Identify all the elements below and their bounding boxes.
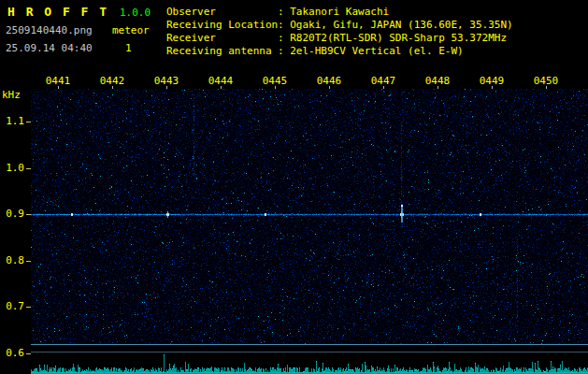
spectrogram-canvas <box>31 89 588 344</box>
freq-label: 0.8 <box>6 254 24 266</box>
app-version: 1.0.0 <box>120 7 151 19</box>
freq-label: 1.1 <box>6 115 24 127</box>
freq-label: 0.9 <box>6 208 24 220</box>
level-canvas <box>31 353 588 374</box>
level-strip-separator-bottom <box>31 352 588 352</box>
level-strip-separator-top <box>31 344 588 345</box>
info-label: Receiving antenna <box>166 45 278 58</box>
info-row: Receiving Location: Ogaki, Gifu, JAPAN (… <box>166 19 513 32</box>
info-value: : 2el-HB9CV Vertical (el. E-W) <box>278 45 464 57</box>
info-value: : Takanori Kawachi <box>278 6 389 18</box>
info-value: : R820T2(RTL-SDR) SDR-Sharp 53.372MHz <box>278 32 507 44</box>
info-label: Receiving Location <box>166 19 278 32</box>
hrofft-screen: H R O F F T 1.0.0 2509140440.png meteor … <box>0 0 588 374</box>
freq-label: 0.7 <box>6 300 24 312</box>
observation-datetime: 25.09.14 04:40 <box>6 42 93 54</box>
freq-axis: 1.11.00.90.80.70.6 <box>0 89 31 374</box>
mode-label: meteor <box>112 24 150 36</box>
info-label: Observer <box>166 6 278 19</box>
info-label: Receiver <box>166 32 278 45</box>
freq-label: 1.0 <box>6 162 24 174</box>
info-value: : Ogaki, Gifu, JAPAN (136.60E, 35.35N) <box>278 19 513 31</box>
app-title: H R O F F T <box>7 5 108 19</box>
output-filename: 2509140440.png <box>6 24 93 36</box>
info-row: Receiver: R820T2(RTL-SDR) SDR-Sharp 53.3… <box>166 32 513 45</box>
freq-label: 0.6 <box>6 347 24 359</box>
info-row: Observer: Takanori Kawachi <box>166 6 513 19</box>
echo-count: 1 <box>125 42 132 54</box>
time-axis: 0441044204430444044504460447044804490450 <box>31 75 588 89</box>
spectrogram-plot <box>31 89 588 374</box>
info-block: Observer: Takanori KawachiReceiving Loca… <box>166 6 513 58</box>
info-row: Receiving antenna: 2el-HB9CV Vertical (e… <box>166 45 513 58</box>
